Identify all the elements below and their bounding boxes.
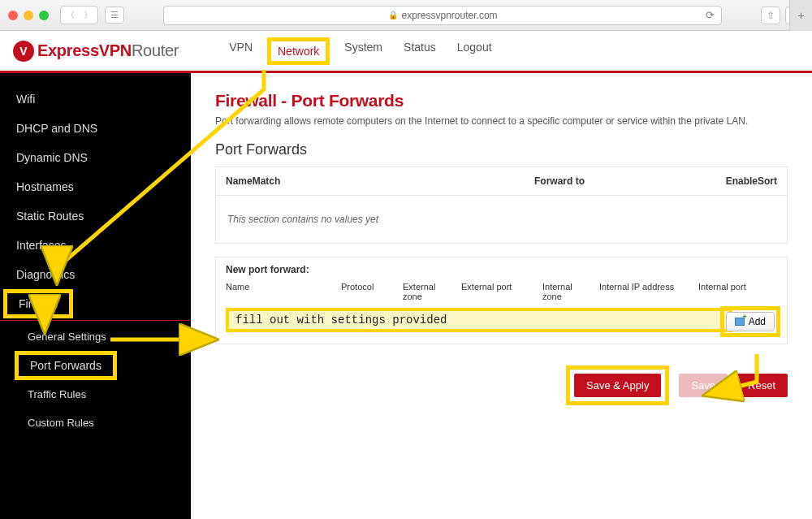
lock-icon: 🔒 (388, 11, 398, 19)
sidebar-item-firewall[interactable]: Firewall (3, 289, 73, 318)
save-button[interactable]: Save (679, 374, 728, 397)
sidebar-item-port-forwards[interactable]: Port Forwards (15, 351, 117, 380)
nav-network[interactable]: Network (267, 37, 330, 65)
h-int-ip: Internal IP address (599, 282, 695, 301)
close-window-icon[interactable] (8, 11, 18, 20)
sidebar-item-interfaces[interactable]: Interfaces (0, 231, 191, 260)
sidebar: Wifi DHCP and DNS Dynamic DNS Hostnames … (0, 73, 191, 519)
main-nav: VPN Network System Status Logout (222, 37, 498, 65)
table-empty-message: This section contains no values yet (216, 196, 787, 243)
nav-vpn[interactable]: VPN (222, 37, 259, 65)
browser-chrome: 〈 〉 ☰ 🔒 expressvpnrouter.com ⟳ ⇧ ⧉ + (0, 0, 812, 31)
nav-logout[interactable]: Logout (451, 37, 499, 65)
h-name: Name (226, 282, 338, 301)
forward-icon[interactable]: 〉 (84, 9, 93, 21)
window-controls (8, 11, 49, 20)
share-icon[interactable]: ⇧ (761, 6, 780, 24)
action-buttons: Save & Apply Save Reset (215, 365, 788, 405)
new-pf-headers: Name Protocol External zone External por… (226, 282, 777, 301)
url-text: expressvpnrouter.com (402, 10, 498, 21)
sidebar-item-wifi[interactable]: Wifi (0, 84, 191, 114)
url-bar[interactable]: 🔒 expressvpnrouter.com ⟳ (163, 6, 722, 25)
back-icon[interactable]: 〈 (66, 9, 75, 21)
top-bar: V ExpressVPNRouter VPN Network System St… (0, 31, 812, 73)
logo-badge-icon: V (13, 41, 34, 62)
col-forward-to: Forward to (534, 175, 712, 187)
logo[interactable]: V ExpressVPNRouter (13, 41, 179, 62)
reload-icon[interactable]: ⟳ (706, 9, 715, 21)
forwards-table: NameMatch Forward to EnableSort This sec… (215, 167, 788, 244)
nav-back-forward[interactable]: 〈 〉 (60, 6, 98, 24)
sidebar-item-static-routes[interactable]: Static Routes (0, 201, 191, 231)
h-int-zone: Internal zone (542, 282, 596, 301)
new-tab-button[interactable]: + (789, 0, 812, 31)
save-apply-button[interactable]: Save & Apply (574, 374, 661, 397)
new-pf-title: New port forward: (226, 264, 777, 275)
page-description: Port forwarding allows remote computers … (215, 115, 788, 127)
col-name-match: NameMatch (226, 175, 534, 187)
sidebar-item-traffic-rules[interactable]: Traffic Rules (0, 380, 191, 409)
sidebar-divider (0, 320, 191, 321)
sidebar-item-dyndns[interactable]: Dynamic DNS (0, 143, 191, 172)
minimize-window-icon[interactable] (24, 11, 33, 20)
fill-out-instruction[interactable]: fill out with settings provided (226, 308, 732, 332)
add-button[interactable]: Add (726, 312, 775, 331)
new-pf-input-row: lan fill out with settings provided Add (226, 309, 777, 334)
col-enable-sort: EnableSort (712, 175, 777, 187)
nav-system[interactable]: System (338, 37, 389, 65)
table-header-row: NameMatch Forward to EnableSort (216, 167, 787, 196)
section-title: Port Forwards (215, 141, 788, 158)
sidebar-item-dhcp[interactable]: DHCP and DNS (0, 114, 191, 143)
reset-button[interactable]: Reset (736, 374, 788, 397)
add-button-label: Add (749, 316, 766, 327)
h-ext-zone: External zone (403, 282, 458, 301)
fullscreen-window-icon[interactable] (39, 11, 49, 20)
h-int-port: Internal port (698, 282, 763, 301)
sidebar-item-hostnames[interactable]: Hostnames (0, 172, 191, 201)
logo-text: ExpressVPNRouter (37, 41, 179, 60)
page-title: Firewall - Port Forwards (215, 91, 788, 110)
add-icon (735, 318, 745, 326)
h-protocol: Protocol (341, 282, 400, 301)
sidebar-item-diagnostics[interactable]: Diagnostics (0, 260, 191, 289)
sidebar-item-custom-rules[interactable]: Custom Rules (0, 409, 191, 437)
content-area: Firewall - Port Forwards Port forwarding… (191, 73, 812, 519)
sidebar-item-general-settings[interactable]: General Settings (0, 322, 191, 351)
nav-status[interactable]: Status (397, 37, 443, 65)
h-ext-port: External port (461, 282, 539, 301)
new-port-forward-panel: New port forward: Name Protocol External… (215, 257, 788, 344)
sidebar-toggle-icon[interactable]: ☰ (105, 6, 124, 24)
